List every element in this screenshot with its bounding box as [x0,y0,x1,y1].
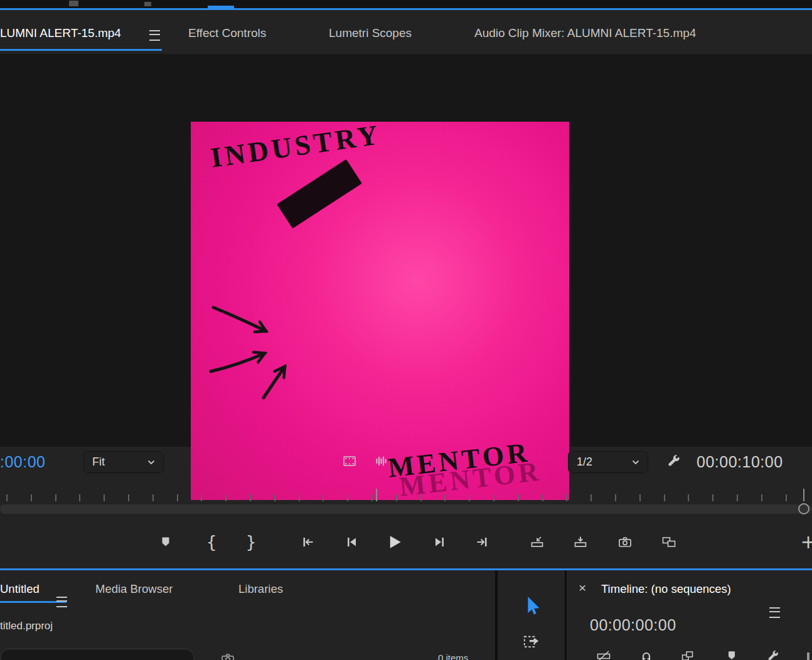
add-marker-icon[interactable] [725,649,740,660]
plus-glyph: + [800,533,812,551]
insert-button[interactable] [528,533,546,551]
tab-project-untitled[interactable]: Untitled [0,582,40,596]
go-to-out-button[interactable] [473,533,491,551]
snap-magnet-icon[interactable] [639,649,654,660]
mark-in-button[interactable]: { [203,533,220,551]
active-tab-underline [0,49,162,51]
clipped-toolbar-icon[interactable] [806,649,812,660]
overwrite-button[interactable] [572,533,589,551]
nest-sequences-icon[interactable] [596,649,611,660]
monitor-time-ruler[interactable] [6,494,809,501]
timeline-timecode[interactable]: 00:00:00:00 [590,616,676,634]
tab-source-clip[interactable]: LUMNI ALERT-15.mp4 [0,26,121,40]
selection-tool-button[interactable] [522,595,542,621]
items-count-label: 0 items [438,652,468,660]
drag-audio-icon[interactable] [374,454,389,471]
position-timecode[interactable]: :00:00 [0,453,46,471]
play-button[interactable] [384,532,404,552]
chevron-down-icon [632,460,639,465]
tab-media-browser[interactable]: Media Browser [95,582,173,596]
step-back-button[interactable] [343,533,360,551]
scrollbar-end-handle[interactable] [798,503,809,514]
tab-audio-clip-mixer[interactable]: Audio Clip Mixer: ALUMNI ALERT-15.mp4 [474,26,696,40]
zoom-level-value: Fit [92,455,105,469]
track-select-forward-tool-button[interactable] [522,631,541,652]
mark-out-glyph: } [245,533,256,551]
drag-video-icon[interactable] [342,454,357,471]
tab-lumetri-scopes[interactable]: Lumetri Scopes [329,26,412,40]
add-marker-button[interactable] [157,533,174,551]
go-to-in-button[interactable] [299,533,317,551]
project-search-input[interactable] [0,649,195,660]
zoom-level-dropdown[interactable]: Fit [83,451,164,473]
tab-libraries[interactable]: Libraries [238,582,283,596]
monitor-zoom-scrollbar[interactable] [0,504,812,514]
chevron-down-icon [147,460,155,465]
media-view-icon[interactable] [220,651,236,660]
frame-text-industry: INDUSTRY [208,122,383,174]
panel-menu-icon[interactable] [149,30,160,41]
top-toolbar-fragment [0,0,812,8]
toolbar-icon-fragment [69,1,78,6]
panel-menu-icon[interactable] [56,597,67,607]
duration-timecode: 00:00:10:00 [697,453,783,471]
project-file-name: titled.prproj [0,620,53,632]
mark-out-button[interactable]: } [242,533,260,551]
black-tape-graphic [277,159,362,228]
playback-resolution-value: 1/2 [577,455,592,469]
tab-effect-controls[interactable]: Effect Controls [188,26,266,40]
video-frame: INDUSTRY MENTOR MENTOR [191,122,569,500]
source-monitor-viewport: INDUSTRY MENTOR MENTOR [0,54,812,447]
settings-wrench-icon[interactable] [665,453,681,472]
ruler-major-tick [803,489,804,501]
panel-menu-icon[interactable] [769,607,780,618]
comparison-view-button[interactable] [660,533,678,551]
export-frame-button[interactable] [616,533,634,551]
close-panel-icon[interactable]: × [579,581,586,594]
button-editor-button[interactable]: + [799,533,812,551]
mark-in-glyph: { [206,533,216,551]
ruler-major-tick [376,489,377,501]
linked-selection-icon[interactable] [681,649,696,660]
playback-resolution-dropdown[interactable]: 1/2 [568,451,648,473]
timeline-settings-wrench-icon[interactable] [766,649,781,660]
tab-timeline[interactable]: Timeline: (no sequences) [601,582,731,596]
premiere-pro-window: LUMNI ALERT-15.mp4 Effect Controls Lumet… [0,0,812,660]
toolbar-icon-fragment [144,2,151,6]
step-forward-button[interactable] [431,533,449,551]
